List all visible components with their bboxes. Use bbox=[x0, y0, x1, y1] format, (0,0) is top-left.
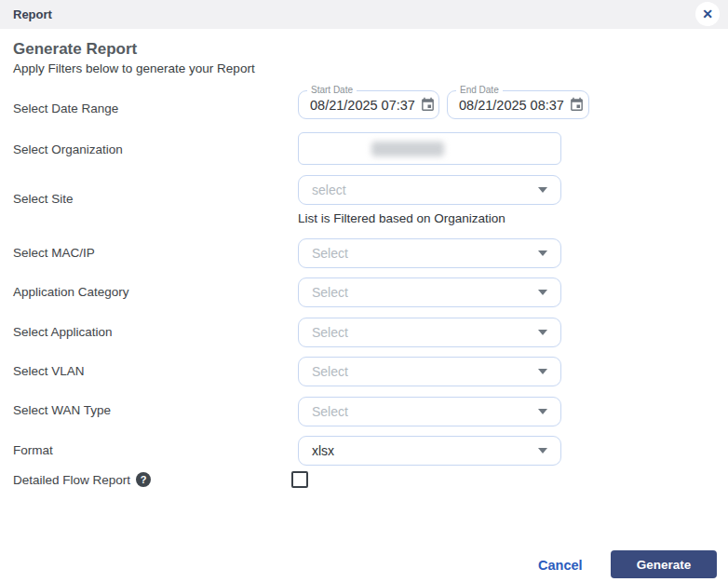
mac-ip-label: Select MAC/IP bbox=[13, 246, 95, 260]
close-button[interactable]: ✕ bbox=[695, 2, 720, 26]
app-category-select-placeholder: Select bbox=[312, 285, 348, 300]
end-date-field[interactable]: End Date bbox=[447, 90, 589, 119]
chevron-down-icon bbox=[538, 448, 547, 453]
end-date-float-label: End Date bbox=[456, 85, 503, 96]
chevron-down-icon bbox=[538, 369, 547, 374]
modal-titlebar: Report ✕ bbox=[0, 0, 728, 29]
format-label: Format bbox=[13, 443, 53, 457]
mac-ip-select-placeholder: Select bbox=[312, 246, 348, 261]
site-label: Select Site bbox=[13, 192, 74, 206]
question-mark-icon[interactable]: ? bbox=[136, 472, 151, 487]
application-select[interactable]: Select bbox=[298, 318, 561, 347]
start-date-input[interactable] bbox=[310, 98, 420, 113]
application-select-placeholder: Select bbox=[312, 325, 348, 340]
format-select[interactable]: xlsx bbox=[298, 436, 561, 466]
report-modal: Report ✕ Generate Report Apply Filters b… bbox=[0, 0, 728, 582]
organization-value-redacted bbox=[371, 142, 444, 156]
page-subtitle: Apply Filters below to generate your Rep… bbox=[13, 61, 255, 75]
calendar-icon[interactable] bbox=[420, 97, 436, 113]
vlan-select[interactable]: Select bbox=[298, 357, 561, 386]
start-date-float-label: Start Date bbox=[307, 85, 357, 96]
chevron-down-icon bbox=[538, 330, 547, 335]
site-select[interactable]: select bbox=[298, 175, 561, 205]
modal-title: Report bbox=[13, 7, 52, 21]
calendar-icon[interactable] bbox=[569, 97, 585, 113]
detailed-flow-checkbox[interactable] bbox=[291, 471, 308, 488]
chevron-down-icon bbox=[538, 409, 547, 414]
date-range-label: Select Date Range bbox=[13, 102, 118, 115]
application-label: Select Application bbox=[13, 325, 113, 339]
site-helper-text: List is Filtered based on Organization bbox=[298, 211, 506, 225]
organization-label: Select Organization bbox=[13, 142, 123, 156]
end-date-input[interactable] bbox=[459, 98, 569, 113]
wan-type-label: Select WAN Type bbox=[13, 403, 111, 417]
detailed-flow-label-row: Detailed Flow Report ? bbox=[13, 472, 151, 487]
chevron-down-icon bbox=[538, 187, 547, 193]
chevron-down-icon bbox=[538, 250, 547, 256]
detailed-flow-label: Detailed Flow Report bbox=[13, 473, 130, 487]
cancel-button[interactable]: Cancel bbox=[538, 558, 583, 573]
page-title: Generate Report bbox=[13, 40, 137, 59]
app-category-select[interactable]: Select bbox=[298, 277, 561, 307]
organization-input[interactable] bbox=[298, 132, 561, 165]
app-category-label: Application Category bbox=[13, 285, 129, 299]
site-select-placeholder: select bbox=[312, 183, 346, 197]
wan-type-select[interactable]: Select bbox=[298, 397, 561, 426]
chevron-down-icon bbox=[538, 290, 547, 295]
mac-ip-select[interactable]: Select bbox=[298, 238, 561, 268]
start-date-field[interactable]: Start Date bbox=[298, 90, 439, 119]
vlan-select-placeholder: Select bbox=[312, 364, 348, 379]
wan-type-select-placeholder: Select bbox=[312, 404, 348, 419]
generate-button[interactable]: Generate bbox=[611, 550, 717, 578]
vlan-label: Select VLAN bbox=[13, 364, 85, 378]
close-icon: ✕ bbox=[702, 7, 713, 20]
format-select-value: xlsx bbox=[312, 443, 334, 458]
